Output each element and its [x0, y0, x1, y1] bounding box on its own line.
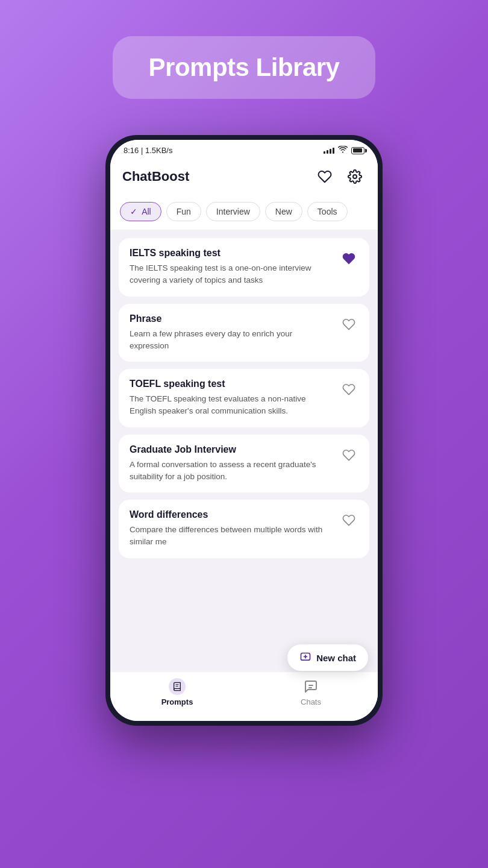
prompt-card-word-differences[interactable]: Word differences Compare the differences…	[119, 500, 369, 558]
chats-nav-icon	[302, 678, 319, 695]
card-desc: The TOEFL speaking test evaluates a non-…	[130, 393, 332, 418]
bottom-nav: Prompts Chats	[110, 672, 378, 721]
filter-tab-new[interactable]: New	[265, 202, 302, 221]
status-right	[324, 146, 364, 155]
header-icons	[314, 166, 366, 187]
bottom-area: New chat Prompts	[110, 640, 378, 721]
filter-tab-tools[interactable]: Tools	[307, 202, 348, 221]
page-title: Prompts Library	[149, 53, 340, 82]
card-content: IELTS speaking test The IELTS speaking t…	[130, 248, 339, 287]
filter-tab-interview[interactable]: Interview	[206, 202, 260, 221]
card-desc: Compare the differences between multiple…	[130, 524, 332, 549]
favorite-button-word[interactable]	[339, 511, 358, 530]
card-title: TOEFL speaking test	[130, 379, 332, 389]
app-title: ChatBoost	[122, 169, 189, 184]
prompts-nav-label: Prompts	[161, 697, 193, 706]
new-chat-label: New chat	[316, 653, 356, 663]
app-header: ChatBoost	[110, 159, 378, 196]
battery-icon	[351, 147, 364, 154]
favorite-button-graduate[interactable]	[339, 445, 358, 465]
prompt-card-graduate[interactable]: Graduate Job Interview A formal conversa…	[119, 435, 369, 493]
card-desc: Learn a few phrases every day to enrich …	[130, 328, 332, 353]
new-chat-button[interactable]: New chat	[287, 644, 368, 671]
filter-tab-fun[interactable]: Fun	[166, 202, 201, 221]
header-card: Prompts Library	[113, 36, 376, 99]
prompt-list: IELTS speaking test The IELTS speaking t…	[110, 230, 378, 640]
card-desc: The IELTS speaking test is a one-on-one …	[130, 262, 332, 287]
card-content: Word differences Compare the differences…	[130, 509, 339, 549]
signal-icon	[324, 148, 334, 154]
prompt-card-toefl[interactable]: TOEFL speaking test The TOEFL speaking t…	[119, 369, 369, 427]
prompts-nav-icon	[169, 678, 186, 695]
prompt-card-phrase[interactable]: Phrase Learn a few phrases every day to …	[119, 304, 369, 362]
card-title: Graduate Job Interview	[130, 444, 332, 455]
prompt-card-ielts[interactable]: IELTS speaking test The IELTS speaking t…	[119, 238, 369, 297]
page-header: Prompts Library	[0, 0, 488, 123]
favorite-button-toefl[interactable]	[339, 380, 358, 399]
card-content: TOEFL speaking test The TOEFL speaking t…	[130, 379, 339, 418]
nav-prompts[interactable]: Prompts	[110, 678, 244, 706]
favorite-button-phrase[interactable]	[339, 315, 358, 334]
phone-inner: 8:16 | 1.5KB/s	[110, 140, 378, 721]
filter-tabs: ✓ All Fun Interview New Tools	[110, 196, 378, 230]
status-bar: 8:16 | 1.5KB/s	[110, 140, 378, 159]
favorite-button-ielts[interactable]	[339, 249, 358, 268]
card-title: Word differences	[130, 509, 332, 520]
chats-nav-label: Chats	[301, 697, 321, 706]
nav-chats[interactable]: Chats	[244, 678, 378, 706]
new-chat-icon	[299, 652, 311, 664]
wifi-icon	[338, 146, 348, 155]
card-title: IELTS speaking test	[130, 248, 332, 259]
status-time: 8:16 | 1.5KB/s	[124, 146, 172, 155]
favorites-button[interactable]	[314, 166, 336, 187]
card-content: Graduate Job Interview A formal conversa…	[130, 444, 339, 483]
card-title: Phrase	[130, 313, 332, 324]
filter-tab-all[interactable]: ✓ All	[120, 202, 161, 221]
phone-mockup: 8:16 | 1.5KB/s	[105, 135, 383, 726]
card-desc: A formal conversation to assess a recent…	[130, 459, 332, 483]
svg-point-0	[353, 175, 357, 178]
settings-button[interactable]	[344, 166, 366, 187]
card-content: Phrase Learn a few phrases every day to …	[130, 313, 339, 353]
